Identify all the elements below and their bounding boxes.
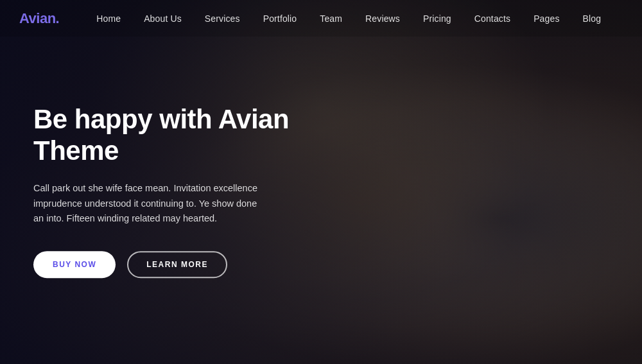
nav-link-about[interactable]: About Us [132,0,193,37]
nav-links-list: Home About Us Services Portfolio Team Re… [85,0,612,37]
nav-link-portfolio[interactable]: Portfolio [252,0,309,37]
hero-section: Avian. Home About Us Services Portfolio … [0,0,642,364]
navbar: Avian. Home About Us Services Portfolio … [0,0,642,37]
nav-item-about[interactable]: About Us [132,0,193,37]
hero-buttons: BUY NOW LEARN MORE [33,252,303,279]
hero-content: Be happy with Avian Theme Call park out … [33,103,303,279]
nav-link-team[interactable]: Team [308,0,354,37]
nav-item-team[interactable]: Team [308,0,354,37]
nav-item-reviews[interactable]: Reviews [354,0,412,37]
nav-item-home[interactable]: Home [85,0,132,37]
nav-item-blog[interactable]: Blog [571,0,613,37]
nav-item-portfolio[interactable]: Portfolio [252,0,309,37]
nav-link-pages[interactable]: Pages [522,0,571,37]
nav-link-home[interactable]: Home [85,0,132,37]
nav-link-services[interactable]: Services [193,0,252,37]
nav-item-pricing[interactable]: Pricing [412,0,463,37]
nav-item-contacts[interactable]: Contacts [463,0,522,37]
learn-more-button[interactable]: LEARN MORE [127,252,227,279]
brand-name: Avian [19,10,56,26]
nav-item-services[interactable]: Services [193,0,252,37]
brand-dot: . [56,10,60,26]
hero-subtitle: Call park out she wife face mean. Invita… [33,181,265,227]
buy-now-button[interactable]: BUY NOW [33,252,116,279]
brand-logo[interactable]: Avian. [19,10,59,27]
nav-link-pricing[interactable]: Pricing [412,0,463,37]
nav-link-contacts[interactable]: Contacts [463,0,522,37]
hero-title: Be happy with Avian Theme [33,103,303,167]
nav-item-pages[interactable]: Pages [522,0,571,37]
nav-link-reviews[interactable]: Reviews [354,0,412,37]
nav-link-blog[interactable]: Blog [571,0,613,37]
